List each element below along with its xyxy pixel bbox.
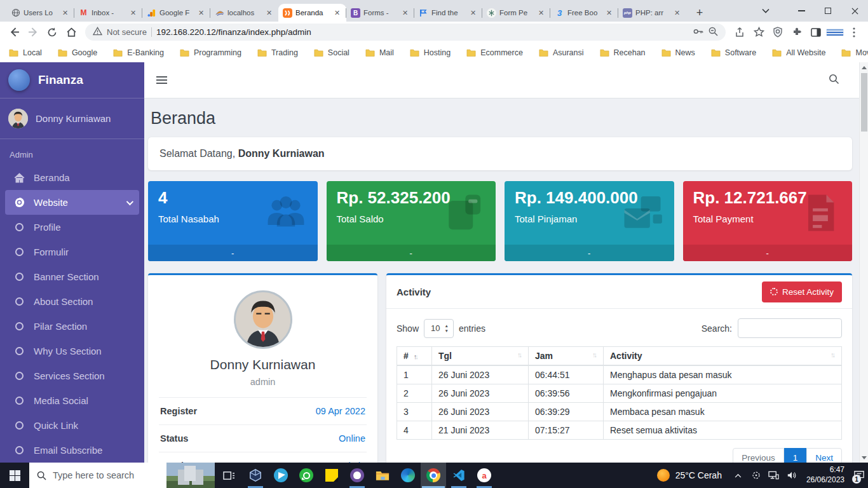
home-icon[interactable]	[62, 24, 80, 41]
pagination-page-1[interactable]: 1	[784, 448, 807, 463]
taskbar-app-file-explorer[interactable]	[370, 463, 395, 488]
tab-close-icon[interactable]: ✕	[196, 8, 206, 18]
password-key-icon[interactable]	[693, 26, 703, 39]
sidebar-user-panel[interactable]: Donny Kurniawan	[0, 98, 144, 139]
minimize-button[interactable]	[788, 0, 815, 22]
activity-search-input[interactable]	[738, 318, 842, 338]
scrollbar-thumb[interactable]	[861, 73, 867, 132]
sidebar-item-formulir[interactable]: Formulir	[5, 240, 139, 264]
bookmark-folder[interactable]: Local	[9, 48, 42, 57]
page-search-icon[interactable]	[829, 74, 839, 87]
sidebar-item-media-social[interactable]: Media Social	[5, 388, 139, 413]
bookmark-star-icon[interactable]	[750, 24, 768, 41]
search-highlight-image[interactable]	[166, 463, 215, 488]
tab-localhost[interactable]: localhos ✕	[210, 4, 278, 22]
bookmark-folder[interactable]: E-Banking	[113, 48, 164, 57]
taskbar-app-virtualbox[interactable]	[243, 463, 268, 488]
back-icon[interactable]	[5, 24, 23, 41]
bookmark-folder[interactable]: Social	[314, 48, 349, 57]
new-tab-button[interactable]: +	[691, 4, 709, 22]
stat-footer-link[interactable]: -	[327, 245, 496, 261]
column-header-tgl[interactable]: Tgl↑↓	[432, 347, 529, 366]
sidebar-item-profile[interactable]: Profile	[5, 215, 139, 240]
tray-volume-icon[interactable]	[783, 463, 801, 488]
bookmark-folder[interactable]: Asuransi	[539, 48, 584, 57]
bookmark-folder[interactable]: All Website	[772, 48, 825, 57]
tray-chevron-up-icon[interactable]	[729, 463, 747, 488]
bookmark-folder[interactable]: Programming	[180, 48, 241, 57]
tab-form-pe[interactable]: Form Pe ✕	[482, 4, 550, 22]
maximize-button[interactable]	[815, 0, 841, 22]
pagination-previous[interactable]: Previous	[733, 448, 784, 463]
tab-users[interactable]: Users Lo ✕	[6, 4, 74, 22]
share-icon[interactable]	[731, 24, 749, 41]
taskbar-app-github[interactable]	[344, 463, 370, 488]
page-scrollbar[interactable]	[859, 62, 868, 463]
bookmark-folder[interactable]: Trading	[257, 48, 298, 57]
taskbar-weather[interactable]: 25°C Cerah	[649, 469, 729, 482]
sidebar-item-pilar-section[interactable]: Pilar Section	[5, 314, 139, 339]
column-header-jam[interactable]: Jam↑↓	[529, 347, 604, 366]
bookmark-folder[interactable]: Movie	[841, 48, 868, 57]
action-center-icon[interactable]: 1	[850, 463, 868, 488]
extensions-puzzle-icon[interactable]	[788, 24, 806, 41]
page-length-select[interactable]: 10 ▲▼	[424, 319, 454, 338]
shield-extension-icon[interactable]	[769, 24, 787, 41]
taskbar-app-vscode[interactable]	[446, 463, 471, 488]
sidebar-item-website[interactable]: Website	[5, 190, 139, 215]
taskbar-app-chrome[interactable]	[421, 463, 446, 488]
tab-beranda-active[interactable]: Beranda ✕	[278, 4, 346, 22]
taskbar-app-whatsapp[interactable]	[294, 463, 319, 488]
address-bar[interactable]: Not secure 192.168.220.12/finanza/index.…	[85, 24, 726, 41]
scroll-down-icon[interactable]	[860, 453, 868, 462]
stat-footer-link[interactable]: -	[505, 245, 674, 261]
tab-close-icon[interactable]: ✕	[672, 8, 682, 18]
forward-icon[interactable]	[24, 24, 42, 41]
bookmark-folder[interactable]: News	[661, 48, 695, 57]
tab-close-icon[interactable]: ✕	[128, 8, 138, 18]
refresh-icon[interactable]	[43, 24, 61, 41]
pagination-next[interactable]: Next	[806, 448, 842, 463]
sidebar-item-banner-section[interactable]: Banner Section	[5, 264, 139, 289]
column-header-number[interactable]: #↑↓	[397, 347, 432, 366]
taskbar-app-edge[interactable]	[395, 463, 421, 488]
close-window-button[interactable]	[841, 0, 868, 22]
brand-link[interactable]: Finanza	[0, 62, 144, 98]
tab-close-icon[interactable]: ✕	[536, 8, 546, 18]
zoom-out-icon[interactable]	[708, 26, 718, 38]
stat-footer-link[interactable]: -	[683, 245, 853, 261]
tab-close-icon[interactable]: ✕	[60, 8, 70, 18]
sidebar-item-why-us-section[interactable]: Why Us Section	[5, 339, 139, 363]
menu-hamburger-icon[interactable]	[156, 74, 167, 86]
tray-network-icon[interactable]	[765, 463, 783, 488]
tab-php[interactable]: php PHP: arr ✕	[618, 4, 686, 22]
tab-free-boo[interactable]: 3 Free Boo ✕	[550, 4, 618, 22]
column-header-activity[interactable]: Activity↑↓	[604, 347, 842, 366]
tab-close-icon[interactable]: ✕	[332, 8, 342, 18]
reset-activity-button[interactable]: Reset Activity	[762, 281, 842, 302]
browser-menu-dots-icon[interactable]	[845, 24, 863, 41]
tab-close-icon[interactable]: ✕	[400, 8, 410, 18]
sidebar-item-about-section[interactable]: About Section	[5, 289, 139, 314]
taskbar-app-telegram[interactable]	[268, 463, 294, 488]
taskbar-app-sticky-notes[interactable]	[319, 463, 344, 488]
tab-google[interactable]: Google F ✕	[142, 4, 210, 22]
taskbar-search-input[interactable]	[53, 470, 148, 480]
start-button[interactable]	[0, 463, 29, 488]
tab-search-chevron-icon[interactable]	[752, 0, 779, 22]
tab-inbox[interactable]: M Inbox - ✕	[74, 4, 142, 22]
tray-onedrive-icon[interactable]	[747, 463, 765, 488]
bookmark-folder[interactable]: Google	[58, 48, 97, 57]
sidebar-item-quick-link[interactable]: Quick Link	[5, 413, 139, 438]
sidebar-item-beranda[interactable]: Beranda	[5, 165, 139, 190]
side-panel-icon[interactable]	[807, 24, 825, 41]
scroll-up-icon[interactable]	[860, 63, 868, 72]
tab-close-icon[interactable]: ✕	[264, 8, 274, 18]
tab-forms[interactable]: B Forms - ✕	[346, 4, 414, 22]
stat-footer-link[interactable]: -	[148, 245, 318, 261]
bookmark-folder[interactable]: Hosting	[410, 48, 451, 57]
sidebar-item-email-subscribe[interactable]: Email Subscribe	[5, 438, 139, 463]
tab-close-icon[interactable]: ✕	[468, 8, 478, 18]
bookmark-folder[interactable]: Mail	[365, 48, 394, 57]
tab-find[interactable]: Find the ✕	[414, 4, 482, 22]
